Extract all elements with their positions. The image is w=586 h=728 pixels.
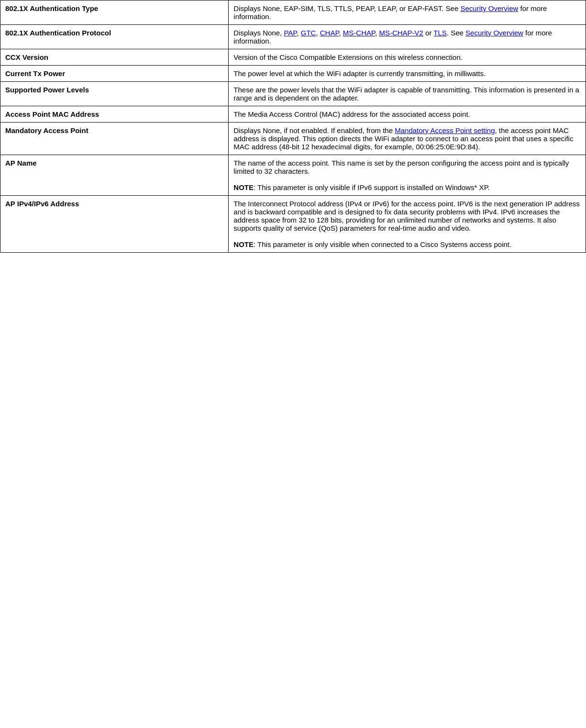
term-cell: CCX Version: [0, 49, 229, 66]
term-cell: Current Tx Power: [0, 66, 229, 82]
desc-cell: Displays None, if not enabled. If enable…: [229, 123, 586, 155]
table-row: CCX VersionVersion of the Cisco Compatib…: [0, 49, 586, 66]
term-cell: AP IPv4/IPv6 Address: [0, 196, 229, 253]
table-row: AP NameThe name of the access point. Thi…: [0, 155, 586, 196]
term-cell: AP Name: [0, 155, 229, 196]
table-row: AP IPv4/IPv6 AddressThe Interconnect Pro…: [0, 196, 586, 253]
desc-cell: The name of the access point. This name …: [229, 155, 586, 196]
table-row: 802.1X Authentication ProtocolDisplays N…: [0, 25, 586, 49]
link[interactable]: Security Overview: [460, 4, 518, 12]
desc-cell: The Media Access Control (MAC) address f…: [229, 106, 586, 123]
link[interactable]: TLS: [433, 29, 447, 37]
table-row: Access Point MAC AddressThe Media Access…: [0, 106, 586, 123]
term-cell: Mandatory Access Point: [0, 123, 229, 155]
term-cell: Access Point MAC Address: [0, 106, 229, 123]
desc-cell: Displays None, EAP-SIM, TLS, TTLS, PEAP,…: [229, 0, 586, 25]
term-cell: 802.1X Authentication Protocol: [0, 25, 229, 49]
term-cell: Supported Power Levels: [0, 82, 229, 106]
main-table: 802.1X Authentication TypeDisplays None,…: [0, 0, 586, 253]
desc-cell: Version of the Cisco Compatible Extensio…: [229, 49, 586, 66]
link[interactable]: Mandatory Access Point setting: [395, 126, 495, 134]
link[interactable]: CHAP: [320, 29, 339, 37]
table-row: 802.1X Authentication TypeDisplays None,…: [0, 0, 586, 25]
table-row: Mandatory Access PointDisplays None, if …: [0, 123, 586, 155]
link[interactable]: PAP: [284, 29, 297, 37]
link[interactable]: GTC: [301, 29, 316, 37]
link[interactable]: Security Overview: [465, 29, 523, 37]
desc-cell: Displays None, PAP, GTC, CHAP, MS-CHAP, …: [229, 25, 586, 49]
table-row: Current Tx PowerThe power level at which…: [0, 66, 586, 82]
desc-cell: These are the power levels that the WiFi…: [229, 82, 586, 106]
table-row: Supported Power LevelsThese are the powe…: [0, 82, 586, 106]
link[interactable]: MS-CHAP: [343, 29, 375, 37]
desc-cell: The power level at which the WiFi adapte…: [229, 66, 586, 82]
desc-cell: The Interconnect Protocol address (IPv4 …: [229, 196, 586, 253]
link[interactable]: MS-CHAP-V2: [379, 29, 423, 37]
term-cell: 802.1X Authentication Type: [0, 0, 229, 25]
